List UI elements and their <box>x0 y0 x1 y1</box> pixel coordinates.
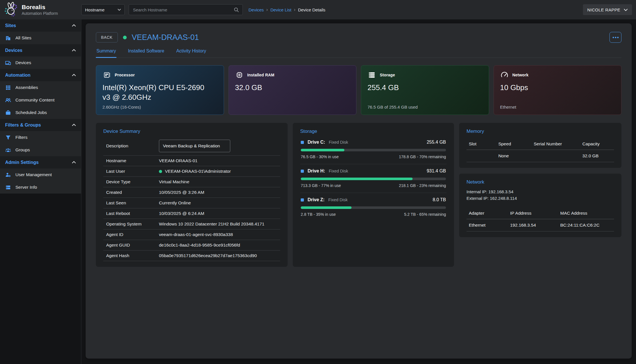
search-input[interactable] <box>132 7 234 13</box>
speedometer-icon <box>500 71 509 79</box>
drive-remaining-label: 178.8 GB - 70% remaining <box>399 154 446 159</box>
storage-stack-icon <box>368 71 376 79</box>
stat-card-label: Network <box>512 73 529 77</box>
row-label: Description <box>106 143 159 149</box>
table-row: Agent Hash 05ba0e7935171d626ecea29b27d7a… <box>103 251 280 261</box>
sidebar-item-label: User Management <box>15 172 52 177</box>
back-button[interactable]: BACK <box>96 32 118 42</box>
drive-bullet-icon <box>301 141 304 144</box>
tab-activity-history[interactable]: Activity History <box>176 48 207 58</box>
row-value: 05ba0e7935171d626ecea29b27d7ae175363cd90 <box>159 253 257 258</box>
column-header: IP Address <box>508 208 558 219</box>
last-user-value: VEEAM-DRAAS-01\Administrator <box>165 169 231 174</box>
search-box <box>129 4 243 15</box>
sidebar-item-label: Filters <box>15 135 27 140</box>
column-header: MAC Address <box>558 208 614 219</box>
table-row: Last User VEEAM-DRAAS-01\Administrator <box>103 166 280 177</box>
drive-usage-fill <box>301 206 352 209</box>
tab-installed-software[interactable]: Installed Software <box>127 48 165 58</box>
drive-usage-fill <box>301 149 344 151</box>
breadcrumb-separator-icon: › <box>266 7 268 12</box>
row-label: Last User <box>106 169 159 174</box>
breadcrumb-device-list[interactable]: Device List <box>270 7 291 12</box>
drive-used-label: 76.5 GB - 30% in use <box>301 154 339 159</box>
sidebar-item-scheduled-jobs[interactable]: Scheduled Jobs <box>0 106 81 119</box>
sidebar-item-community-content[interactable]: Community Content <box>0 94 81 106</box>
sidebar-item-user-management[interactable]: User Management <box>0 168 81 181</box>
sidebar-section-label: Filters & Groups <box>5 123 41 128</box>
drive-size: 255.4 GB <box>427 140 446 145</box>
server-icon <box>5 184 11 190</box>
table-row: Created 10/05/2025 @ 3:26 AM <box>103 187 280 198</box>
sidebar-item-all-sites[interactable]: All Sites <box>0 32 81 44</box>
memory-capacity: 32.0 GB <box>580 150 614 162</box>
grid-icon <box>5 85 11 91</box>
drive-size: 931.4 GB <box>427 168 446 174</box>
sidebar: Sites All Sites Devices Devices Automati… <box>0 19 81 364</box>
brand-name: Borealis <box>22 4 58 10</box>
description-input[interactable] <box>159 140 230 152</box>
ellipsis-icon <box>613 37 619 38</box>
sidebar-section-automation[interactable]: Automation <box>0 69 81 81</box>
logo-area: Borealis Automation Platform <box>0 2 81 17</box>
filter-icon <box>5 135 11 141</box>
sidebar-section-label: Sites <box>5 23 16 28</box>
groups-icon <box>5 147 11 153</box>
sidebar-item-label: Community Content <box>15 97 54 103</box>
column-header: Slot <box>467 138 496 150</box>
network-value: 10 Gbps <box>500 83 615 93</box>
more-actions-button[interactable] <box>609 32 621 43</box>
topbar: Borealis Automation Platform Hostname De… <box>0 0 636 19</box>
processor-card: Processor Intel(R) Xeon(R) CPU E5-2690 v… <box>96 65 224 115</box>
sidebar-section-filters-groups[interactable]: Filters & Groups <box>0 119 81 131</box>
drive-usage-bar <box>301 149 446 151</box>
drive-name: Drive H: <box>308 168 325 174</box>
drive-usage-bar <box>301 178 446 180</box>
table-row: Agent ID veeam-draas-01-agent-svc-8930a3… <box>103 229 280 240</box>
row-value: Virtual Machine <box>159 179 189 184</box>
page-header: BACK VEEAM-DRAAS-01 <box>96 32 621 43</box>
drive-usage-bar <box>301 206 446 209</box>
drive-row: Drive H: Fixed Disk 931.4 GB 713.3 GB - … <box>300 164 447 193</box>
adapter-mac: BC:24:11:CA:C6:2C <box>558 219 614 231</box>
drive-name: Drive C: <box>308 140 325 145</box>
processor-value: Intel(R) Xeon(R) CPU E5-2690 v3 @ 2.60GH… <box>102 83 217 102</box>
device-details-card: BACK VEEAM-DRAAS-01 Summary Installed So… <box>86 23 632 359</box>
table-row: Hostname VEEAM-DRAAS-01 <box>103 156 280 166</box>
sidebar-item-assemblies[interactable]: Assemblies <box>0 81 81 94</box>
row-value: de16c0c1-8aa2-4d18-9585-9ce91cf056fd <box>159 243 240 248</box>
sidebar-item-label: Scheduled Jobs <box>15 110 47 115</box>
external-ip: External IP: 162.248.8.114 <box>467 195 614 202</box>
search-field-select-value: Hostname <box>85 7 104 12</box>
row-value: VEEAM-DRAAS-01 <box>159 158 197 163</box>
search-field-select[interactable]: Hostname <box>81 4 125 15</box>
sidebar-item-label: Devices <box>15 60 31 65</box>
cpu-icon <box>102 71 111 79</box>
user-menu-button[interactable]: NICOLE RAPPE <box>583 4 632 15</box>
row-label: Last Seen <box>106 200 159 206</box>
panel-title: Memory <box>467 129 614 134</box>
stat-cards-row: Processor Intel(R) Xeon(R) CPU E5-2690 v… <box>96 65 621 115</box>
table-row: Ethernet 192.168.3.54 BC:24:11:CA:C6:2C <box>467 219 614 231</box>
row-value: 10/03/2025 @ 6:24 AM <box>159 211 204 216</box>
row-value: veeam-draas-01-agent-svc-8930a338 <box>159 232 233 237</box>
sidebar-section-admin-settings[interactable]: Admin Settings <box>0 156 81 168</box>
stat-card-label: Installed RAM <box>247 73 274 77</box>
breadcrumb-devices[interactable]: Devices <box>249 7 264 12</box>
stat-card-label: Processor <box>115 73 135 77</box>
sidebar-section-sites[interactable]: Sites <box>0 19 81 32</box>
search-icon[interactable] <box>234 7 239 13</box>
drive-used-label: 2.8 TB - 35% in use <box>301 212 336 217</box>
sidebar-item-filters[interactable]: Filters <box>0 131 81 144</box>
sidebar-item-devices[interactable]: Devices <box>0 56 81 69</box>
sidebar-item-server-info[interactable]: Server Info <box>0 181 81 194</box>
network-panel: Network Internal IP: 192.168.3.54 Extern… <box>459 174 621 237</box>
row-label: Operating System <box>106 221 159 227</box>
people-icon <box>5 97 11 103</box>
drive-usage-fill <box>301 178 413 180</box>
devices-icon <box>5 60 11 66</box>
sidebar-item-groups[interactable]: Groups <box>0 144 81 156</box>
tab-summary[interactable]: Summary <box>96 48 116 58</box>
memory-speed: None <box>496 150 531 162</box>
sidebar-section-devices[interactable]: Devices <box>0 44 81 56</box>
